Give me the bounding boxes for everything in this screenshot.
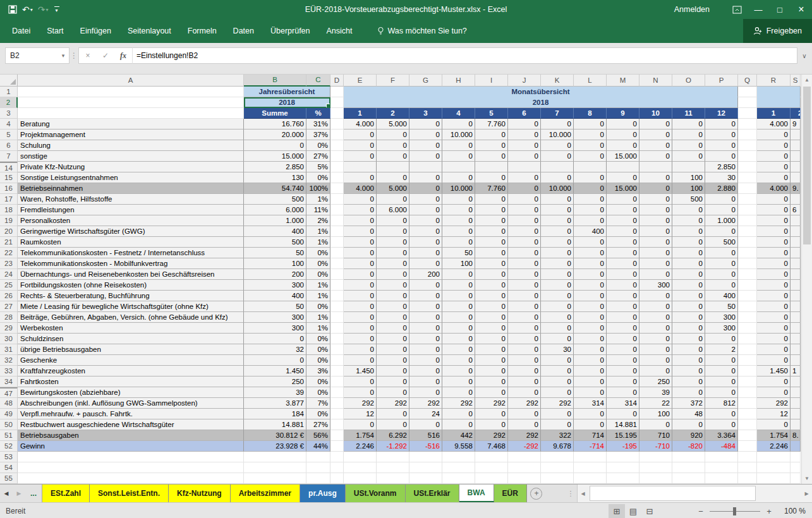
- sheet-nav-right-icon[interactable]: ▶: [13, 485, 25, 502]
- cell-S22[interactable]: [791, 248, 801, 258]
- cell-E7[interactable]: 0: [344, 151, 377, 162]
- cell-M6[interactable]: 0: [607, 140, 639, 151]
- cell-J49[interactable]: 0: [508, 409, 541, 419]
- cell-K19[interactable]: 0: [541, 215, 574, 226]
- cell-J7[interactable]: 0: [508, 151, 541, 162]
- column-header-K[interactable]: K: [541, 75, 574, 87]
- cell-Q17[interactable]: [738, 194, 757, 205]
- cell-I15[interactable]: 0: [475, 172, 508, 183]
- cell-J47[interactable]: 0: [508, 387, 541, 398]
- cell-B52[interactable]: 23.928 €: [244, 441, 306, 452]
- cell-M52[interactable]: -195: [607, 441, 639, 452]
- cell-M24[interactable]: 0: [607, 269, 639, 280]
- cell-J29[interactable]: 0: [508, 323, 541, 334]
- cell-B14[interactable]: 2.850: [244, 162, 306, 172]
- cell-A4[interactable]: Beratung: [18, 119, 244, 130]
- cell-P50[interactable]: 0: [705, 419, 738, 430]
- column-header-S[interactable]: S: [791, 75, 801, 87]
- cell-G17[interactable]: 0: [409, 194, 442, 205]
- cell-O6[interactable]: 0: [672, 140, 705, 151]
- cell-D47[interactable]: [330, 387, 344, 398]
- cell-F27[interactable]: 0: [377, 301, 409, 312]
- cell-P31[interactable]: 2: [705, 344, 738, 355]
- cell-S25[interactable]: [791, 280, 801, 291]
- cell-N23[interactable]: 0: [639, 258, 672, 269]
- cell-C19[interactable]: 2%: [306, 215, 330, 226]
- cell-E33[interactable]: 1.450: [344, 366, 377, 376]
- cell-A28[interactable]: Beiträge, Gebühren, Abgaben, Versich. (o…: [18, 312, 244, 323]
- cell-O27[interactable]: 0: [672, 301, 705, 312]
- cell-K18[interactable]: 0: [541, 205, 574, 215]
- cell-B30[interactable]: 0: [244, 334, 306, 344]
- cell-N17[interactable]: 0: [639, 194, 672, 205]
- cell-H29[interactable]: 0: [442, 323, 475, 334]
- column-header-J[interactable]: J: [508, 75, 541, 87]
- cell-A31[interactable]: übrige Betriebsausgaben: [18, 344, 244, 355]
- cell-K32[interactable]: 0: [541, 355, 574, 366]
- cell-P21[interactable]: 500: [705, 237, 738, 248]
- cell-C55[interactable]: [306, 473, 330, 484]
- month-header-8[interactable]: 8: [574, 108, 607, 119]
- cell-M51[interactable]: 15.195: [607, 430, 639, 441]
- cell-N21[interactable]: 0: [639, 237, 672, 248]
- cell-Q4[interactable]: [738, 119, 757, 130]
- vertical-scrollbar[interactable]: ▲ ▼: [801, 75, 812, 484]
- cell-I22[interactable]: 0: [475, 248, 508, 258]
- cell-G21[interactable]: 0: [409, 237, 442, 248]
- cell-P7[interactable]: 0: [705, 151, 738, 162]
- cell-I26[interactable]: 0: [475, 291, 508, 301]
- cell-H52[interactable]: 9.558: [442, 441, 475, 452]
- cell-S34[interactable]: [791, 376, 801, 387]
- column-header-R[interactable]: R: [757, 75, 791, 87]
- cell-C24[interactable]: 0%: [306, 269, 330, 280]
- cell-M15[interactable]: 0: [607, 172, 639, 183]
- cell-D31[interactable]: [330, 344, 344, 355]
- cell-K25[interactable]: 0: [541, 280, 574, 291]
- cell-K17[interactable]: 0: [541, 194, 574, 205]
- row-header-51[interactable]: 51: [0, 430, 18, 441]
- cell-I25[interactable]: 0: [475, 280, 508, 291]
- cumulative-overview-header[interactable]: [757, 87, 801, 97]
- cell-L52[interactable]: -714: [574, 441, 607, 452]
- cell-Q48[interactable]: [738, 398, 757, 409]
- cell-K7[interactable]: 0: [541, 151, 574, 162]
- cell-G50[interactable]: 0: [409, 419, 442, 430]
- row-header-20[interactable]: 20: [0, 226, 18, 237]
- cell-P18[interactable]: 0: [705, 205, 738, 215]
- cell-M4[interactable]: 0: [607, 119, 639, 130]
- month-header-11[interactable]: 11: [672, 108, 705, 119]
- cell-B32[interactable]: 0: [244, 355, 306, 366]
- cell-O18[interactable]: 0: [672, 205, 705, 215]
- cumulative-overview-header[interactable]: [757, 97, 801, 108]
- cell-H53[interactable]: [442, 452, 475, 462]
- cell-N16[interactable]: 0: [639, 183, 672, 194]
- cell-Q5[interactable]: [738, 130, 757, 140]
- redo-button[interactable]: ↷▾: [36, 2, 51, 17]
- cell-G18[interactable]: 0: [409, 205, 442, 215]
- cell-L53[interactable]: [574, 452, 607, 462]
- ribbon-tab-daten[interactable]: Daten: [225, 19, 262, 43]
- scroll-up-icon[interactable]: ▲: [802, 75, 812, 85]
- cell-K52[interactable]: 9.678: [541, 441, 574, 452]
- cell-P19[interactable]: 1.000: [705, 215, 738, 226]
- cell-O16[interactable]: 100: [672, 183, 705, 194]
- cell-H27[interactable]: 0: [442, 301, 475, 312]
- cell-L33[interactable]: 0: [574, 366, 607, 376]
- cell-D23[interactable]: [330, 258, 344, 269]
- share-button[interactable]: Freigeben: [743, 19, 812, 43]
- cell-P20[interactable]: 0: [705, 226, 738, 237]
- cell-D15[interactable]: [330, 172, 344, 183]
- cell-H22[interactable]: 50: [442, 248, 475, 258]
- cell-G48[interactable]: 292: [409, 398, 442, 409]
- cell-D27[interactable]: [330, 301, 344, 312]
- cell-J19[interactable]: 0: [508, 215, 541, 226]
- cell-A22[interactable]: Telekommunikationskosten - Festnetz / In…: [18, 248, 244, 258]
- cell-L4[interactable]: 0: [574, 119, 607, 130]
- cell-K33[interactable]: 0: [541, 366, 574, 376]
- cell-D32[interactable]: [330, 355, 344, 366]
- cell-Q27[interactable]: [738, 301, 757, 312]
- cell-N4[interactable]: 0: [639, 119, 672, 130]
- cell-L28[interactable]: 0: [574, 312, 607, 323]
- cell-C51[interactable]: 56%: [306, 430, 330, 441]
- cell-K31[interactable]: 30: [541, 344, 574, 355]
